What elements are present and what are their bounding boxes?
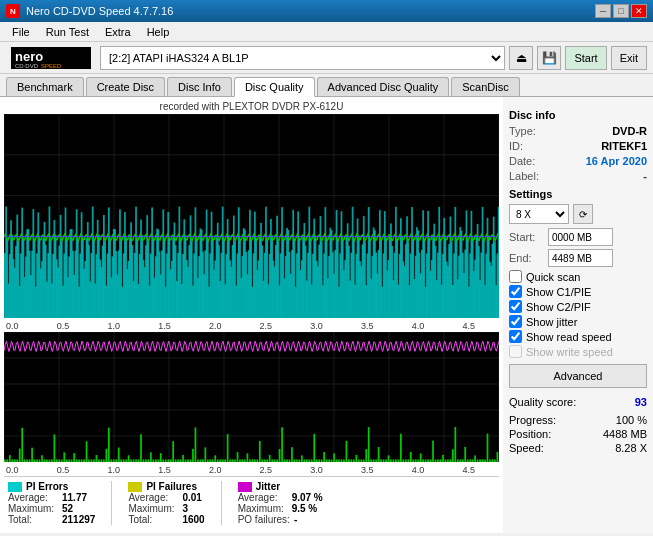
app-icon: N	[6, 4, 20, 18]
jitter-color	[238, 482, 252, 492]
tab-create-disc[interactable]: Create Disc	[86, 77, 165, 96]
tab-disc-info[interactable]: Disc Info	[167, 77, 232, 96]
pi-errors-color	[8, 482, 22, 492]
speed-label: Speed:	[509, 442, 544, 454]
jitter-po-value: -	[294, 514, 297, 525]
disc-info-title: Disc info	[509, 109, 647, 121]
title-bar: N Nero CD-DVD Speed 4.7.7.16 ─ □ ✕	[0, 0, 653, 22]
svg-text:CD·DVD: CD·DVD	[15, 63, 39, 69]
show-write-speed-label: Show write speed	[526, 346, 613, 358]
disc-date-row: Date: 16 Apr 2020	[509, 155, 647, 167]
show-write-speed-row: Show write speed	[509, 345, 647, 358]
disc-id-value: RITEKF1	[601, 140, 647, 152]
main-content: recorded with PLEXTOR DVDR PX-612U 100 8…	[0, 97, 653, 533]
pi-failures-total-label: Total:	[128, 514, 178, 525]
save-icon-button[interactable]: 💾	[537, 46, 561, 70]
window-title: Nero CD-DVD Speed 4.7.7.16	[26, 5, 173, 17]
show-c1pie-label: Show C1/PIE	[526, 286, 591, 298]
end-row: End:	[509, 249, 647, 267]
jitter-avg-value: 9.07 %	[292, 492, 323, 503]
show-read-speed-row: Show read speed	[509, 330, 647, 343]
close-button[interactable]: ✕	[631, 4, 647, 18]
pi-failures-color	[128, 482, 142, 492]
disc-date-label: Date:	[509, 155, 535, 167]
tab-advanced-disc-quality[interactable]: Advanced Disc Quality	[317, 77, 450, 96]
jitter-max-label: Maximum:	[238, 503, 288, 514]
legend-area: PI Errors Average: 11.77 Maximum: 52 Tot…	[4, 476, 499, 529]
quick-scan-label: Quick scan	[526, 271, 580, 283]
x-axis-top: 0.0 0.5 1.0 1.5 2.0 2.5 3.0 3.5 4.0 4.5	[4, 321, 475, 331]
progress-section: Progress: 100 % Position: 4488 MB Speed:…	[509, 414, 647, 454]
quality-score-label: Quality score:	[509, 396, 576, 408]
disc-label-label: Label:	[509, 170, 539, 182]
end-input[interactable]	[548, 249, 613, 267]
menu-run-test[interactable]: Run Test	[38, 24, 97, 40]
disc-type-row: Type: DVD-R	[509, 125, 647, 137]
jitter-avg-label: Average:	[238, 492, 288, 503]
window-controls[interactable]: ─ □ ✕	[595, 4, 647, 18]
pi-failures-avg-value: 0.01	[182, 492, 201, 503]
pi-failures-title: PI Failures	[146, 481, 197, 492]
pi-failures-total-value: 1600	[182, 514, 204, 525]
start-row: Start:	[509, 228, 647, 246]
show-jitter-row: Show jitter	[509, 315, 647, 328]
legend-pi-failures: PI Failures Average: 0.01 Maximum: 3 Tot…	[128, 481, 204, 525]
toolbar: nero CD·DVDSPEED [2:2] ATAPI iHAS324 A B…	[0, 42, 653, 74]
svg-text:SPEED: SPEED	[41, 63, 62, 69]
speed-row: Speed: 8.28 X	[509, 442, 647, 454]
start-input[interactable]	[548, 228, 613, 246]
tab-scandisc[interactable]: ScanDisc	[451, 77, 519, 96]
pi-failures-max-label: Maximum:	[128, 503, 178, 514]
progress-value: 100 %	[616, 414, 647, 426]
show-read-speed-checkbox[interactable]	[509, 330, 522, 343]
pi-errors-avg-value: 11.77	[62, 492, 87, 503]
drive-select[interactable]: [2:2] ATAPI iHAS324 A BL1P	[100, 46, 505, 70]
quick-scan-checkbox[interactable]	[509, 270, 522, 283]
eject-icon-button[interactable]: ⏏	[509, 46, 533, 70]
quality-score-value: 93	[635, 396, 647, 408]
pi-failures-max-value: 3	[182, 503, 188, 514]
menu-help[interactable]: Help	[139, 24, 178, 40]
bottom-chart-canvas	[4, 332, 499, 462]
advanced-button[interactable]: Advanced	[509, 364, 647, 388]
disc-id-row: ID: RITEKF1	[509, 140, 647, 152]
x-axis-bottom: 0.0 0.5 1.0 1.5 2.0 2.5 3.0 3.5 4.0 4.5	[4, 465, 475, 475]
menu-bar: File Run Test Extra Help	[0, 22, 653, 42]
maximize-button[interactable]: □	[613, 4, 629, 18]
disc-type-label: Type:	[509, 125, 536, 137]
show-c1pie-row: Show C1/PIE	[509, 285, 647, 298]
speed-value: 8.28 X	[615, 442, 647, 454]
exit-button[interactable]: Exit	[611, 46, 647, 70]
pi-failures-avg-label: Average:	[128, 492, 178, 503]
svg-text:nero: nero	[15, 49, 43, 64]
speed-select[interactable]: 8 X	[509, 204, 569, 224]
tab-disc-quality[interactable]: Disc Quality	[234, 77, 315, 97]
pi-errors-max-value: 52	[62, 503, 73, 514]
tab-benchmark[interactable]: Benchmark	[6, 77, 84, 96]
settings-title: Settings	[509, 188, 647, 200]
legend-jitter: Jitter Average: 9.07 % Maximum: 9.5 % PO…	[238, 481, 323, 525]
progress-label: Progress:	[509, 414, 556, 426]
show-c2pif-row: Show C2/PIF	[509, 300, 647, 313]
minimize-button[interactable]: ─	[595, 4, 611, 18]
quick-scan-row: Quick scan	[509, 270, 647, 283]
top-chart-canvas	[4, 114, 499, 318]
disc-type-value: DVD-R	[612, 125, 647, 137]
jitter-po-label: PO failures:	[238, 514, 290, 525]
speed-setting-row: 8 X ⟳	[509, 204, 647, 224]
show-read-speed-label: Show read speed	[526, 331, 612, 343]
sidebar: Disc info Type: DVD-R ID: RITEKF1 Date: …	[503, 97, 653, 533]
jitter-title: Jitter	[256, 481, 280, 492]
pi-errors-total-label: Total:	[8, 514, 58, 525]
show-write-speed-checkbox[interactable]	[509, 345, 522, 358]
show-c2pif-checkbox[interactable]	[509, 300, 522, 313]
settings-icon-btn[interactable]: ⟳	[573, 204, 593, 224]
menu-file[interactable]: File	[4, 24, 38, 40]
start-button[interactable]: Start	[565, 46, 606, 70]
show-c1pie-checkbox[interactable]	[509, 285, 522, 298]
nero-logo: nero CD·DVDSPEED	[11, 47, 91, 69]
menu-extra[interactable]: Extra	[97, 24, 139, 40]
pi-errors-title: PI Errors	[26, 481, 68, 492]
quality-score-row: Quality score: 93	[509, 396, 647, 408]
show-jitter-checkbox[interactable]	[509, 315, 522, 328]
